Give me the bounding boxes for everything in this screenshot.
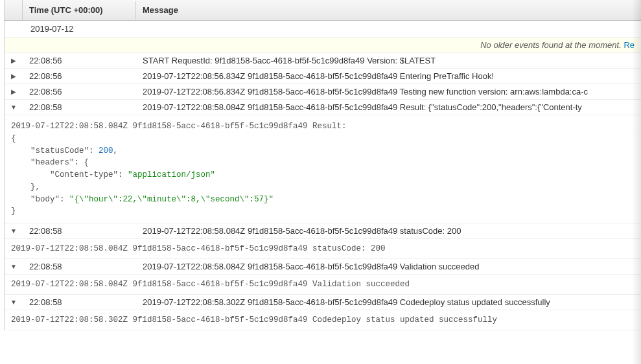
- json-statuscode: 200: [99, 146, 113, 155]
- log-time: 22:08:58: [23, 295, 136, 310]
- log-message: 2019-07-12T22:08:58.084Z 9f1d8158-5acc-4…: [136, 223, 641, 238]
- expand-caret[interactable]: ▶: [5, 73, 23, 80]
- log-message: 2019-07-12T22:08:56.834Z 9f1d8158-5acc-4…: [136, 84, 641, 99]
- expand-caret[interactable]: ▼: [5, 299, 23, 306]
- expanded-raw: 2019-07-12T22:08:58.084Z 9f1d8158-5acc-4…: [5, 239, 641, 259]
- log-time: 22:08:58: [23, 259, 136, 274]
- log-time: 22:08:58: [23, 223, 136, 238]
- header-expand-col: [5, 0, 23, 20]
- log-row[interactable]: ▶ 22:08:56 START RequestId: 9f1d8158-5ac…: [5, 53, 641, 69]
- json-prefix: 2019-07-12T22:08:58.084Z 9f1d8158-5acc-4…: [11, 122, 347, 131]
- log-message: START RequestId: 9f1d8158-5acc-4618-bf5f…: [136, 53, 641, 68]
- log-row[interactable]: ▼ 22:08:58 2019-07-12T22:08:58.084Z 9f1d…: [5, 259, 641, 275]
- json-body: "{\"hour\":22,\"minute\":8,\"second\":57…: [69, 195, 274, 204]
- log-row[interactable]: ▼ 22:08:58 2019-07-12T22:08:58.302Z 9f1d…: [5, 295, 641, 310]
- expand-caret[interactable]: ▼: [5, 104, 23, 111]
- log-message: 2019-07-12T22:08:58.084Z 9f1d8158-5acc-4…: [136, 100, 641, 115]
- table-header: Time (UTC +00:00) Message: [5, 0, 641, 21]
- date-group: 2019-07-12: [5, 21, 641, 38]
- log-time: 22:08:56: [23, 84, 136, 99]
- log-row[interactable]: ▼ 22:08:58 2019-07-12T22:08:58.084Z 9f1d…: [5, 100, 641, 115]
- log-message: 2019-07-12T22:08:58.302Z 9f1d8158-5acc-4…: [136, 295, 641, 310]
- log-message: 2019-07-12T22:08:56.834Z 9f1d8158-5acc-4…: [136, 69, 641, 84]
- header-message[interactable]: Message: [136, 1, 641, 19]
- expanded-json-detail: 2019-07-12T22:08:58.084Z 9f1d8158-5acc-4…: [5, 115, 641, 223]
- log-time: 22:08:56: [23, 69, 136, 84]
- log-row[interactable]: ▼ 22:08:58 2019-07-12T22:08:58.084Z 9f1d…: [5, 223, 641, 239]
- header-time[interactable]: Time (UTC +00:00): [23, 1, 136, 19]
- expand-caret[interactable]: ▼: [5, 263, 23, 270]
- json-content-type: "application/json": [128, 170, 215, 179]
- log-row[interactable]: ▶ 22:08:56 2019-07-12T22:08:56.834Z 9f1d…: [5, 84, 641, 100]
- notice-text: No older events found at the moment.: [480, 40, 624, 50]
- expand-caret[interactable]: ▶: [5, 57, 23, 64]
- no-older-events-notice: No older events found at the moment. Re: [5, 38, 641, 53]
- expanded-raw: 2019-07-12T22:08:58.302Z 9f1d8158-5acc-4…: [5, 310, 641, 330]
- log-message: 2019-07-12T22:08:58.084Z 9f1d8158-5acc-4…: [136, 259, 641, 274]
- log-time: 22:08:58: [23, 100, 136, 115]
- expanded-raw: 2019-07-12T22:08:58.084Z 9f1d8158-5acc-4…: [5, 275, 641, 295]
- log-time: 22:08:56: [23, 53, 136, 68]
- log-row[interactable]: ▶ 22:08:56 2019-07-12T22:08:56.834Z 9f1d…: [5, 69, 641, 84]
- retry-link[interactable]: Re: [624, 40, 635, 50]
- expand-caret[interactable]: ▼: [5, 227, 23, 234]
- expand-caret[interactable]: ▶: [5, 88, 23, 95]
